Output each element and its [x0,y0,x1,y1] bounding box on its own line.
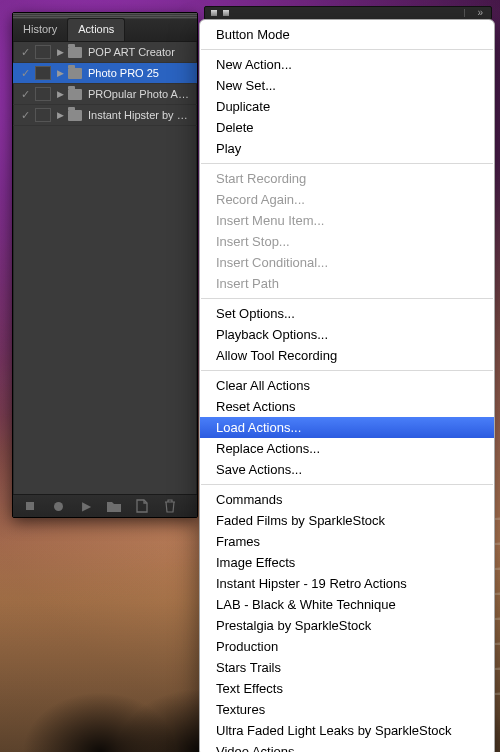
menu-item[interactable]: Instant Hipster - 19 Retro Actions [200,573,494,594]
dialog-toggle[interactable] [35,108,51,122]
menu-separator [201,49,493,50]
disclosure-icon[interactable]: ▶ [57,110,64,120]
menu-item[interactable]: Ultra Faded Light Leaks by SparkleStock [200,720,494,741]
action-set-label: Photo PRO 25 [88,67,193,79]
menu-item[interactable]: Textures [200,699,494,720]
dialog-toggle[interactable] [35,66,51,80]
menu-item[interactable]: New Action... [200,54,494,75]
panel-footer: ▶ [13,494,197,517]
folder-icon [68,89,82,100]
actions-list: ✓▶POP ART Creator✓▶Photo PRO 25✓▶PROpula… [13,42,197,494]
stop-icon[interactable] [23,499,37,513]
dialog-toggle[interactable] [35,45,51,59]
trash-icon[interactable] [163,499,177,513]
menu-item[interactable]: Load Actions... [200,417,494,438]
menu-item[interactable]: Save Actions... [200,459,494,480]
play-icon[interactable]: ▶ [79,499,93,513]
menu-item[interactable]: Image Effects [200,552,494,573]
menu-item[interactable]: Stars Trails [200,657,494,678]
action-set-row[interactable]: ✓▶Instant Hipster by Sp... [13,105,197,126]
menu-item: Insert Conditional... [200,252,494,273]
disclosure-icon[interactable]: ▶ [57,47,64,57]
dialog-toggle[interactable] [35,87,51,101]
checkmark-icon[interactable]: ✓ [17,88,33,101]
menu-item[interactable]: Production [200,636,494,657]
action-set-row[interactable]: ✓▶Photo PRO 25 [13,63,197,84]
menu-item[interactable]: Reset Actions [200,396,494,417]
new-set-icon[interactable] [107,499,121,513]
disclosure-icon[interactable]: ▶ [57,89,64,99]
menu-separator [201,163,493,164]
menu-item: Insert Menu Item... [200,210,494,231]
menu-item[interactable]: Video Actions [200,741,494,752]
checkmark-icon[interactable]: ✓ [17,109,33,122]
folder-icon [68,47,82,58]
dock-bar[interactable]: » [204,6,492,20]
actions-panel: History Actions ✓▶POP ART Creator✓▶Photo… [12,12,198,518]
menu-separator [201,484,493,485]
menu-item[interactable]: Replace Actions... [200,438,494,459]
menu-item[interactable]: LAB - Black & White Technique [200,594,494,615]
menu-item[interactable]: Clear All Actions [200,375,494,396]
menu-item[interactable]: Button Mode [200,24,494,45]
record-icon[interactable] [51,499,65,513]
menu-item[interactable]: Play [200,138,494,159]
menu-item[interactable]: Allow Tool Recording [200,345,494,366]
menu-item[interactable]: Commands [200,489,494,510]
action-set-label: PROpular Photo Action [88,88,193,100]
folder-icon [68,68,82,79]
disclosure-icon[interactable]: ▶ [57,68,64,78]
menu-item[interactable]: Delete [200,117,494,138]
checkmark-icon[interactable]: ✓ [17,46,33,59]
menu-item[interactable]: New Set... [200,75,494,96]
folder-icon [68,110,82,121]
menu-item: Insert Path [200,273,494,294]
menu-separator [201,370,493,371]
menu-item: Start Recording [200,168,494,189]
menu-separator [201,298,493,299]
action-set-label: POP ART Creator [88,46,193,58]
menu-item[interactable]: Playback Options... [200,324,494,345]
panel-menu: Button ModeNew Action...New Set...Duplic… [199,19,495,752]
menu-item[interactable]: Text Effects [200,678,494,699]
checkmark-icon[interactable]: ✓ [17,67,33,80]
menu-item: Record Again... [200,189,494,210]
dock-collapse-icon[interactable]: » [464,9,485,17]
tab-actions[interactable]: Actions [67,18,125,41]
menu-item: Insert Stop... [200,231,494,252]
menu-item[interactable]: Prestalgia by SparkleStock [200,615,494,636]
menu-item[interactable]: Set Options... [200,303,494,324]
action-set-row[interactable]: ✓▶POP ART Creator [13,42,197,63]
action-set-label: Instant Hipster by Sp... [88,109,193,121]
menu-item[interactable]: Frames [200,531,494,552]
tab-history[interactable]: History [13,19,67,41]
new-action-icon[interactable] [135,499,149,513]
action-set-row[interactable]: ✓▶PROpular Photo Action [13,84,197,105]
menu-item[interactable]: Faded Films by SparkleStock [200,510,494,531]
menu-item[interactable]: Duplicate [200,96,494,117]
panel-tabs: History Actions [13,19,197,42]
